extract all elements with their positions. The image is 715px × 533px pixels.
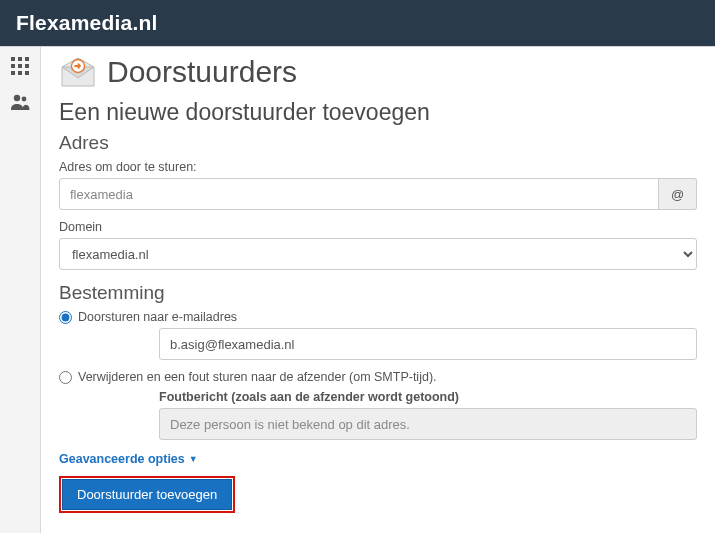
svg-rect-6 (11, 71, 15, 75)
domain-label: Domein (59, 220, 697, 234)
users-icon[interactable] (5, 89, 35, 115)
apps-grid-icon[interactable] (5, 53, 35, 79)
svg-point-10 (22, 97, 27, 102)
address-input[interactable] (59, 178, 659, 210)
advanced-options-toggle[interactable]: Geavanceerde opties ▼ (59, 452, 198, 466)
svg-rect-2 (25, 57, 29, 61)
forward-email-wrap (159, 328, 697, 360)
add-forwarder-button[interactable]: Doorstuurder toevoegen (62, 479, 232, 510)
domain-select[interactable]: flexamedia.nl (59, 238, 697, 270)
address-label: Adres om door te sturen: (59, 160, 697, 174)
address-group-title: Adres (59, 132, 697, 154)
forwarders-icon (59, 56, 97, 88)
svg-rect-1 (18, 57, 22, 61)
failure-input (159, 408, 697, 440)
main-content: Doorstuurders Een nieuwe doorstuurder to… (41, 47, 715, 533)
page-title: Doorstuurders (107, 55, 297, 89)
topbar: Flexamedia.nl (0, 0, 715, 46)
destination-group-title: Bestemming (59, 282, 697, 304)
failure-wrap: Foutbericht (zoals aan de afzender wordt… (159, 390, 697, 440)
delete-radio[interactable] (59, 371, 72, 384)
svg-rect-4 (18, 64, 22, 68)
svg-rect-8 (25, 71, 29, 75)
advanced-options-label: Geavanceerde opties (59, 452, 185, 466)
delete-radio-label: Verwijderen en een fout sturen naar de a… (78, 370, 437, 384)
body: Doorstuurders Een nieuwe doorstuurder to… (0, 46, 715, 533)
delete-radio-row[interactable]: Verwijderen en een fout sturen naar de a… (59, 370, 697, 384)
page-title-row: Doorstuurders (59, 55, 697, 89)
forward-radio-label: Doorsturen naar e-mailadres (78, 310, 237, 324)
forward-email-input[interactable] (159, 328, 697, 360)
at-button[interactable]: @ (659, 178, 697, 210)
caret-down-icon: ▼ (189, 454, 198, 464)
svg-rect-0 (11, 57, 15, 61)
submit-highlight: Doorstuurder toevoegen (59, 476, 235, 513)
sidebar (0, 47, 41, 533)
svg-rect-3 (11, 64, 15, 68)
forward-radio[interactable] (59, 311, 72, 324)
form-heading: Een nieuwe doorstuurder toevoegen (59, 99, 697, 126)
svg-point-9 (14, 95, 20, 101)
brand-title: Flexamedia.nl (16, 11, 158, 35)
svg-rect-5 (25, 64, 29, 68)
failure-label: Foutbericht (zoals aan de afzender wordt… (159, 390, 697, 404)
address-input-row: @ (59, 178, 697, 210)
forward-radio-row[interactable]: Doorsturen naar e-mailadres (59, 310, 697, 324)
svg-rect-7 (18, 71, 22, 75)
